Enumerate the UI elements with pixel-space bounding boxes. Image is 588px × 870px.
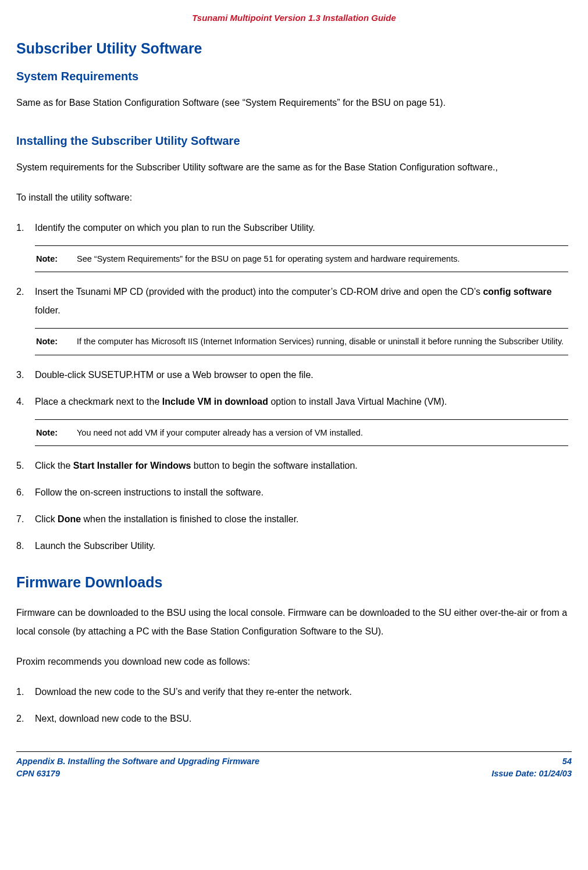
list-item: 6. Follow the on-screen instructions to …	[16, 483, 568, 502]
page-footer: Appendix B. Installing the Software and …	[16, 751, 572, 780]
list-text: Download the new code to the SU’s and ve…	[35, 683, 568, 701]
text-span: folder.	[35, 305, 60, 315]
list-text: Double-click SUSETUP.HTM or use a Web br…	[35, 366, 568, 384]
list-item: 8. Launch the Subscriber Utility.	[16, 537, 568, 555]
list-text: Next, download new code to the BSU.	[35, 709, 568, 728]
note-block: Note: If the computer has Microsoft IIS …	[35, 328, 568, 355]
list-text: Insert the Tsunami MP CD (provided with …	[35, 283, 568, 320]
note-label: Note:	[36, 425, 77, 441]
note-label: Note:	[36, 333, 77, 350]
list-text: Place a checkmark next to the Include VM…	[35, 393, 568, 411]
text-span: Place a checkmark next to the	[35, 397, 162, 407]
note-block: Note: See “System Requirements” for the …	[35, 245, 568, 272]
text-span: Click	[35, 514, 58, 524]
footer-page-number: 54	[491, 755, 572, 768]
list-number: 6.	[16, 483, 35, 502]
list-text: Launch the Subscriber Utility.	[35, 537, 568, 555]
bold-text: Done	[58, 514, 81, 524]
text-span: Insert the Tsunami MP CD (provided with …	[35, 287, 483, 297]
text-span: when the installation is finished to clo…	[81, 514, 298, 524]
list-item: 7. Click Done when the installation is f…	[16, 510, 568, 529]
bold-text: Include VM in download	[162, 397, 268, 407]
note-text: See “System Requirements” for the BSU on…	[77, 251, 567, 267]
list-text: Identify the computer on which you plan …	[35, 219, 568, 237]
page-header: Tsunami Multipoint Version 1.3 Installat…	[0, 13, 588, 40]
list-number: 7.	[16, 510, 35, 529]
heading-system-requirements: System Requirements	[16, 70, 568, 83]
footer-appendix-title: Appendix B. Installing the Software and …	[16, 755, 259, 768]
note-label: Note:	[36, 251, 77, 267]
ordered-list: 1. Download the new code to the SU’s and…	[16, 683, 568, 728]
heading-installing-subscriber-utility: Installing the Subscriber Utility Softwa…	[16, 134, 568, 148]
paragraph: Firmware can be downloaded to the BSU us…	[16, 604, 568, 641]
paragraph: Proxim recommends you download new code …	[16, 652, 568, 671]
ordered-list: 1. Identify the computer on which you pl…	[16, 219, 568, 555]
footer-right: 54 Issue Date: 01/24/03	[491, 755, 572, 780]
list-number: 2.	[16, 283, 35, 320]
list-item: 2. Next, download new code to the BSU.	[16, 709, 568, 728]
text-span: option to install Java Virtual Machine (…	[268, 397, 447, 407]
list-text: Click Done when the installation is fini…	[35, 510, 568, 529]
list-number: 1.	[16, 219, 35, 237]
bold-text: Start Installer for Windows	[73, 461, 191, 470]
note-block: Note: You need not add VM if your comput…	[35, 419, 568, 446]
footer-left: Appendix B. Installing the Software and …	[16, 755, 259, 780]
bold-text: config software	[483, 287, 551, 297]
list-item: 4. Place a checkmark next to the Include…	[16, 393, 568, 411]
footer-cpn: CPN 63179	[16, 768, 259, 780]
paragraph: To install the utility software:	[16, 188, 568, 207]
list-item: 1. Identify the computer on which you pl…	[16, 219, 568, 237]
note-text: If the computer has Microsoft IIS (Inter…	[77, 333, 567, 350]
paragraph: Same as for Base Station Configuration S…	[16, 94, 568, 112]
list-number: 5.	[16, 457, 35, 475]
heading-subscriber-utility-software: Subscriber Utility Software	[16, 40, 568, 57]
list-number: 8.	[16, 537, 35, 555]
list-number: 4.	[16, 393, 35, 411]
list-item: 5. Click the Start Installer for Windows…	[16, 457, 568, 475]
list-item: 3. Double-click SUSETUP.HTM or use a Web…	[16, 366, 568, 384]
page-content: Subscriber Utility Software System Requi…	[0, 40, 588, 728]
list-text: Follow the on-screen instructions to ins…	[35, 483, 568, 502]
text-span: button to begin the software installatio…	[191, 461, 357, 470]
list-number: 2.	[16, 709, 35, 728]
note-text: You need not add VM if your computer alr…	[77, 425, 567, 441]
list-number: 3.	[16, 366, 35, 384]
heading-firmware-downloads: Firmware Downloads	[16, 574, 568, 591]
list-number: 1.	[16, 683, 35, 701]
list-text: Click the Start Installer for Windows bu…	[35, 457, 568, 475]
paragraph: System requirements for the Subscriber U…	[16, 158, 568, 177]
footer-issue-date: Issue Date: 01/24/03	[491, 768, 572, 780]
list-item: 1. Download the new code to the SU’s and…	[16, 683, 568, 701]
list-item: 2. Insert the Tsunami MP CD (provided wi…	[16, 283, 568, 320]
text-span: Click the	[35, 461, 73, 470]
